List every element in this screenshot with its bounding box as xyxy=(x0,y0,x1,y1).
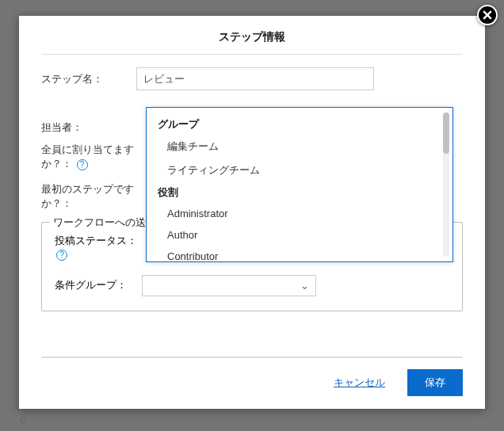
dropdown-option[interactable]: Administrator xyxy=(147,203,452,224)
fieldset-legend: ワークフローへの送 xyxy=(50,216,149,230)
assignee-label: 担当者： xyxy=(41,116,136,135)
modal-footer: キャンセル 保存 xyxy=(41,357,463,396)
assign-all-label-l2: か？： xyxy=(41,158,72,170)
step-name-label: ステップ名： xyxy=(41,67,136,86)
modal-body: ステップ名： 担当者： 全員に割り当てます か？： ? 最初のステップです か？… xyxy=(41,55,463,357)
dropdown-option[interactable]: Author xyxy=(147,224,452,246)
first-step-label-l2: か？： xyxy=(41,197,72,209)
cancel-link[interactable]: キャンセル xyxy=(334,376,385,390)
condition-group-select[interactable]: ⌄ xyxy=(142,275,316,296)
dropdown-option[interactable]: 編集チーム xyxy=(147,135,452,158)
close-button[interactable] xyxy=(477,5,498,25)
dropdown-group-label: グループ xyxy=(147,114,452,135)
chevron-down-icon: ⌄ xyxy=(300,280,309,292)
post-status-label: 投稿ステータス：? xyxy=(55,234,142,261)
dropdown-scrollbar-thumb[interactable] xyxy=(443,113,449,154)
save-button[interactable]: 保存 xyxy=(407,369,463,396)
bottom-counter: 0 xyxy=(21,415,26,426)
modal-title: ステップ情報 xyxy=(41,30,463,54)
close-icon xyxy=(483,10,492,20)
assign-all-label-l1: 全員に割り当てます xyxy=(41,143,134,155)
assignee-dropdown[interactable]: グループ 編集チーム ライティングチーム 役割 Administrator Au… xyxy=(146,107,453,262)
dropdown-option[interactable]: ライティングチーム xyxy=(147,158,452,182)
condition-group-label: 条件グループ： xyxy=(55,278,142,292)
dropdown-group-label: 役割 xyxy=(147,182,452,203)
step-name-row: ステップ名： xyxy=(41,67,463,90)
dropdown-option[interactable]: Contributor xyxy=(147,246,452,261)
assignee-dropdown-list: グループ 編集チーム ライティングチーム 役割 Administrator Au… xyxy=(147,108,452,261)
help-icon[interactable]: ? xyxy=(77,159,88,170)
dropdown-scrollbar[interactable] xyxy=(443,113,449,257)
help-icon[interactable]: ? xyxy=(56,250,67,261)
step-name-input[interactable] xyxy=(136,67,374,90)
first-step-label-l1: 最初のステップです xyxy=(41,183,134,195)
condition-group-row: 条件グループ： ⌄ xyxy=(55,275,449,296)
step-info-modal: ステップ情報 ステップ名： 担当者： 全員に割り当てます か？： ? 最初のステ… xyxy=(19,16,485,409)
